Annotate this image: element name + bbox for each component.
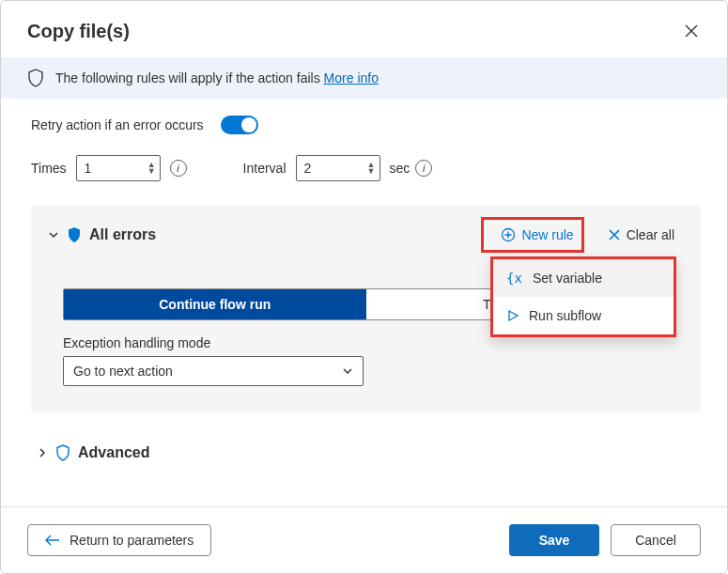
- seg-continue[interactable]: Continue flow run: [64, 289, 366, 319]
- retry-toggle[interactable]: [221, 116, 258, 134]
- variable-icon: {x}: [506, 271, 523, 286]
- interval-label: Interval: [243, 161, 287, 176]
- menu-item-label: Run subflow: [529, 308, 601, 323]
- shield-icon: [55, 444, 70, 461]
- retry-label: Retry action if an error occurs: [31, 117, 204, 132]
- menu-item-label: Set variable: [533, 271, 602, 286]
- menu-item-set-variable[interactable]: {x} Set variable: [493, 259, 674, 297]
- info-icon[interactable]: i: [415, 160, 432, 177]
- mode-value: Go to next action: [73, 364, 173, 379]
- interval-unit: sec: [390, 161, 410, 176]
- dialog: Copy file(s) The following rules will ap…: [0, 0, 728, 574]
- mode-select[interactable]: Go to next action: [63, 356, 364, 386]
- banner-text: The following rules will apply if the ac…: [55, 70, 379, 85]
- chevron-down-icon: [342, 365, 353, 377]
- menu-item-run-subflow[interactable]: Run subflow: [493, 297, 674, 334]
- arrow-left-icon: [45, 535, 60, 546]
- panel-header: All errors New rule Clear all {x}: [48, 223, 684, 247]
- close-icon: [608, 228, 621, 241]
- panel-actions: New rule Clear all {x} Set variable: [491, 223, 684, 247]
- interval-value: 2: [304, 161, 312, 176]
- close-icon: [685, 24, 698, 38]
- clear-all-button[interactable]: Clear all: [598, 223, 684, 247]
- svg-text:{x}: {x}: [506, 271, 523, 286]
- new-rule-menu: {x} Set variable Run subflow: [490, 256, 676, 337]
- panel-title: All errors: [89, 226, 156, 243]
- dialog-body: Retry action if an error occurs Times 1 …: [1, 116, 727, 506]
- errors-panel: All errors New rule Clear all {x}: [31, 206, 701, 412]
- chevron-right-icon: [37, 447, 48, 458]
- chevron-down-icon: [48, 229, 59, 240]
- play-icon: [506, 309, 519, 322]
- shield-icon: [67, 226, 82, 243]
- interval-input[interactable]: 2 ▲▼: [296, 155, 380, 181]
- banner-text-span: The following rules will apply if the ac…: [55, 70, 320, 85]
- clear-all-label: Clear all: [627, 227, 674, 242]
- dialog-footer: Return to parameters Save Cancel: [1, 506, 727, 573]
- retry-inputs-row: Times 1 ▲▼ i Interval 2 ▲▼ sec i: [31, 155, 701, 181]
- new-rule-label: New rule: [521, 227, 573, 242]
- times-value: 1: [85, 161, 92, 176]
- mode-label: Exception handling mode: [63, 335, 684, 350]
- times-label: Times: [31, 161, 67, 176]
- info-icon[interactable]: i: [170, 160, 187, 177]
- retry-row: Retry action if an error occurs: [31, 116, 701, 134]
- save-button[interactable]: Save: [509, 524, 599, 556]
- footer-right: Save Cancel: [509, 524, 701, 556]
- dialog-title: Copy file(s): [27, 21, 130, 42]
- times-input[interactable]: 1 ▲▼: [76, 155, 161, 181]
- new-rule-button[interactable]: New rule: [491, 223, 582, 247]
- close-button[interactable]: [678, 18, 705, 44]
- info-banner: The following rules will apply if the ac…: [1, 57, 727, 99]
- return-label: Return to parameters: [70, 533, 194, 548]
- panel-title-group[interactable]: All errors: [48, 226, 156, 243]
- return-button[interactable]: Return to parameters: [27, 524, 211, 556]
- advanced-label: Advanced: [78, 444, 149, 461]
- more-info-link[interactable]: More info: [324, 70, 379, 85]
- cancel-button[interactable]: Cancel: [611, 524, 701, 556]
- advanced-section[interactable]: Advanced: [37, 444, 701, 461]
- toggle-knob: [241, 117, 256, 132]
- shield-icon: [27, 69, 44, 87]
- interval-stepper[interactable]: ▲▼: [367, 162, 376, 175]
- dialog-header: Copy file(s): [1, 1, 727, 57]
- times-stepper[interactable]: ▲▼: [147, 162, 156, 175]
- plus-circle-icon: [501, 227, 516, 242]
